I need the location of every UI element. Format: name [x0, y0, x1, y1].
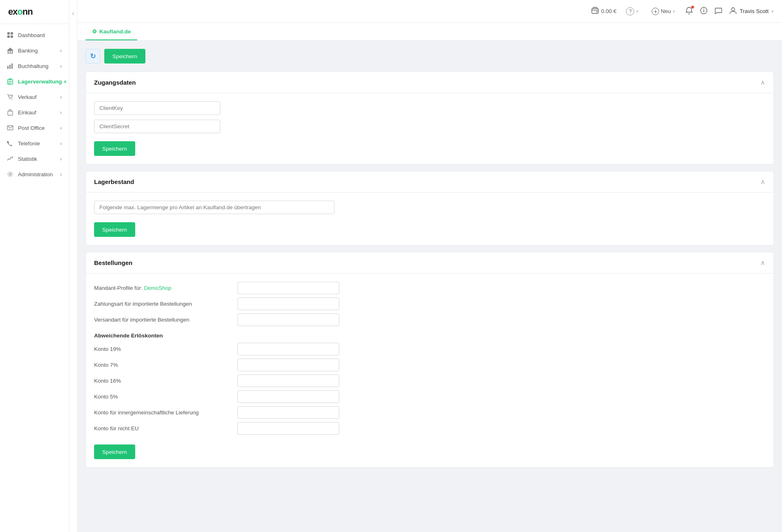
svg-rect-11 [9, 65, 11, 69]
save-button-bestellungen[interactable]: Speichern [94, 444, 135, 459]
bestellungen-title: Bestellungen [94, 259, 132, 266]
question-icon: ? [626, 7, 634, 15]
save-button-top[interactable]: Speichern [104, 49, 145, 63]
svg-rect-5 [8, 51, 9, 53]
chevron-down-icon: ∨ [59, 48, 62, 53]
sidebar-item-einkauf[interactable]: Einkauf ∨ [0, 105, 69, 120]
sidebar-item-buchhaltung[interactable]: Buchhaltung ∨ [0, 58, 69, 74]
chevron-down-icon: ∨ [59, 157, 62, 161]
client-secret-group [94, 120, 765, 133]
sidebar-item-label: Telefonie [18, 140, 58, 147]
zahlungsart-input[interactable] [237, 298, 339, 310]
konto-19-input[interactable] [237, 343, 339, 355]
svg-point-27 [703, 9, 704, 10]
client-secret-input[interactable] [94, 120, 220, 133]
zahlungsart-label: Zahlungsart für importierte Bestellungen [94, 301, 233, 307]
svg-rect-4 [7, 50, 13, 51]
sidebar-item-post-office[interactable]: Post Office ∨ [0, 120, 69, 136]
konto-nichteu-input[interactable] [237, 422, 339, 435]
svg-rect-20 [8, 111, 13, 115]
erlos-row-7: Konto 7% [94, 359, 765, 371]
sidebar-item-lagerverwaltung[interactable]: Lagerverwaltung ∧ [0, 74, 69, 89]
tab-kaufland[interactable]: ⚙ Kaufland.de [86, 23, 137, 40]
svg-rect-3 [11, 35, 13, 38]
sidebar-item-telefonie[interactable]: Telefonie ∨ [0, 136, 69, 151]
help-button[interactable]: ? ∨ [623, 6, 642, 17]
wallet-icon [591, 7, 599, 15]
sidebar-item-label: Dashboard [18, 32, 62, 38]
header-right: 0.00 € ? ∨ + Neu ∨ [591, 6, 774, 17]
mandant-profile-label: Mandant-Profile für: DemoShop [94, 285, 233, 291]
refresh-button[interactable]: ↻ [86, 49, 100, 63]
bestellungen-header[interactable]: Bestellungen ∧ [86, 252, 773, 274]
lagerbestand-card: Lagerbestand ∧ Speichern [86, 171, 774, 245]
cart-icon [7, 93, 14, 101]
info-button[interactable] [700, 7, 708, 16]
svg-rect-23 [592, 9, 598, 13]
logo: exonn [0, 0, 69, 24]
konto-7-input[interactable] [237, 359, 339, 371]
page-body: ↻ Speichern Zugangsdaten ∧ [77, 41, 782, 482]
clipboard-icon [7, 78, 14, 85]
header: 0.00 € ? ∨ + Neu ∨ [77, 0, 782, 23]
tabs-bar: ⚙ Kaufland.de [77, 23, 782, 41]
svg-point-19 [11, 99, 12, 99]
sidebar-collapse-button[interactable]: ‹ [69, 0, 77, 532]
demoshop-link[interactable]: DemoShop [144, 285, 171, 291]
versandart-input[interactable] [237, 313, 339, 326]
client-key-group [94, 101, 765, 115]
konto-16-input[interactable] [237, 374, 339, 387]
konto-19-label: Konto 19% [94, 346, 233, 352]
erlos-row-19: Konto 19% [94, 343, 765, 355]
svg-rect-7 [12, 51, 13, 53]
chart-icon [7, 62, 14, 70]
svg-rect-6 [10, 51, 11, 53]
svg-rect-10 [7, 66, 9, 69]
sidebar-item-label: Post Office [18, 125, 58, 131]
erloskonten-section: Abweichende Erlöskonten Konto 19% Konto … [94, 333, 765, 435]
svg-rect-9 [7, 53, 13, 54]
notifications-button[interactable] [685, 7, 693, 16]
konto-inner-input[interactable] [237, 406, 339, 419]
chevron-down-icon: ∧ [64, 79, 66, 84]
konto-5-input[interactable] [237, 390, 339, 403]
new-button[interactable]: + Neu ∨ [648, 6, 679, 17]
mail-icon [7, 124, 14, 131]
max-lagermenge-input[interactable] [94, 201, 334, 214]
user-name: Travis Scott [740, 8, 769, 14]
zugangsdaten-header[interactable]: Zugangsdaten ∧ [86, 72, 773, 93]
sidebar-item-label: Administration [18, 171, 58, 177]
zugangsdaten-body: Speichern [86, 93, 773, 164]
chevron-down-icon: ∨ [59, 95, 62, 99]
chevron-down-icon: ∨ [59, 141, 62, 146]
sidebar-item-banking[interactable]: Banking ∨ [0, 43, 69, 58]
settings-icon [7, 171, 14, 178]
sidebar: exonn Dashboard Banking [0, 0, 69, 532]
sidebar-item-dashboard[interactable]: Dashboard [0, 27, 69, 43]
new-label: Neu [661, 8, 671, 14]
mandant-profile-input[interactable] [237, 282, 339, 294]
lagerbestand-header[interactable]: Lagerbestand ∧ [86, 171, 773, 193]
save-button-zugangsdaten[interactable]: Speichern [94, 141, 135, 156]
konto-inner-label: Konto für innergemeinschaftliche Lieferu… [94, 409, 233, 416]
sidebar-item-verkauf[interactable]: Verkauf ∨ [0, 89, 69, 105]
svg-rect-1 [11, 32, 13, 35]
client-key-input[interactable] [94, 101, 220, 115]
svg-rect-12 [11, 63, 13, 69]
chevron-down-icon: ∨ [59, 64, 62, 68]
zugangsdaten-card: Zugangsdaten ∧ Speichern [86, 72, 774, 164]
chat-button[interactable] [714, 7, 723, 16]
sidebar-item-statistik[interactable]: Statistik ∨ [0, 151, 69, 166]
bestellungen-body: Mandant-Profile für: DemoShop Zahlungsar… [86, 274, 773, 467]
sidebar-item-label: Einkauf [18, 109, 58, 116]
balance-amount: 0.00 € [601, 8, 617, 14]
svg-rect-14 [9, 79, 11, 80]
grid-icon [7, 31, 14, 39]
balance-display[interactable]: 0.00 € [591, 7, 617, 15]
save-button-lagerbestand[interactable]: Speichern [94, 222, 135, 237]
erlos-row-inner: Konto für innergemeinschaftliche Lieferu… [94, 406, 765, 419]
new-chevron-icon: ∨ [672, 9, 675, 13]
user-menu[interactable]: Travis Scott ∨ [729, 7, 774, 16]
user-icon [729, 7, 737, 16]
sidebar-item-administration[interactable]: Administration ∨ [0, 166, 69, 182]
